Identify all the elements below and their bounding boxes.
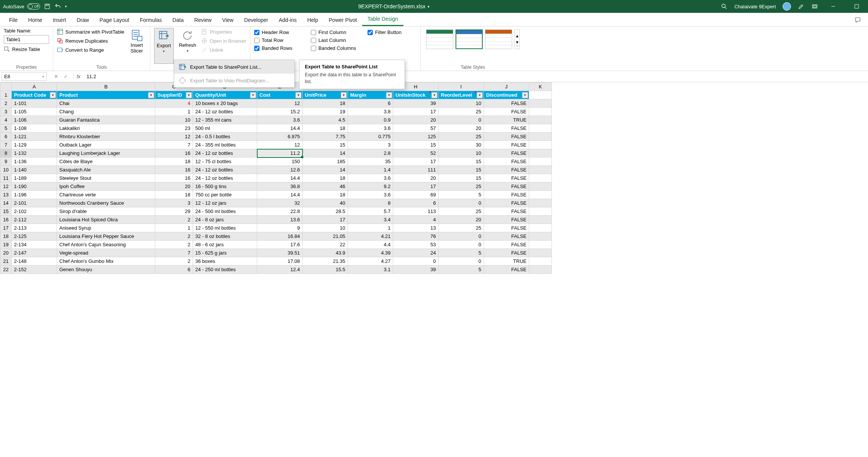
cell[interactable]: 6	[155, 266, 193, 274]
cell[interactable]: FALSE	[484, 266, 529, 274]
cell[interactable]: 4.21	[348, 232, 393, 241]
cell[interactable]: 5	[439, 191, 484, 199]
cell[interactable]: 4.39	[348, 249, 393, 257]
row-header-22[interactable]: 22	[0, 266, 12, 274]
row-header-11[interactable]: 11	[0, 174, 12, 182]
cell[interactable]: 24 - 12 oz bottles	[193, 174, 257, 182]
cell[interactable]: FALSE	[484, 199, 529, 207]
table-header-margin[interactable]: Margin▼	[348, 91, 393, 99]
refresh-button[interactable]: Refresh ▾	[177, 28, 199, 64]
cell[interactable]: FALSE	[484, 108, 529, 116]
filter-button-checkbox[interactable]: Filter Button	[368, 29, 417, 35]
row-header-5[interactable]: 5	[0, 124, 12, 133]
title-dropdown-icon[interactable]: ▾	[428, 5, 429, 9]
cell[interactable]: 17.6	[257, 241, 303, 249]
cell[interactable]: 28.5	[303, 207, 348, 216]
cell[interactable]: 2-113	[12, 224, 57, 232]
cell[interactable]: 14	[303, 166, 348, 174]
table-header-product-code[interactable]: Product Code▼	[12, 91, 57, 99]
cell[interactable]: 20	[393, 174, 439, 182]
cell[interactable]: 18	[155, 191, 193, 199]
cell[interactable]: 6	[348, 99, 393, 108]
cell[interactable]: 15 - 625 g jars	[193, 249, 257, 257]
cell[interactable]: 7.75	[303, 133, 348, 141]
cell[interactable]: 12	[257, 99, 303, 108]
cell[interactable]: 39	[393, 266, 439, 274]
comments-icon[interactable]	[851, 15, 864, 26]
cell[interactable]: 14	[303, 149, 348, 157]
cell[interactable]: 17	[393, 157, 439, 166]
cell[interactable]: 4	[155, 99, 193, 108]
cell[interactable]: 24 - 250 ml bottles	[193, 266, 257, 274]
cell[interactable]: Aniseed Syrup	[57, 224, 155, 232]
cell[interactable]: 15	[439, 157, 484, 166]
cell[interactable]: Northwoods Cranberry Sauce	[57, 199, 155, 207]
cell[interactable]: 2-125	[12, 232, 57, 241]
cell[interactable]: 30	[439, 141, 484, 149]
tab-view[interactable]: View	[217, 14, 239, 26]
cell[interactable]: Vegie-spread	[57, 249, 155, 257]
cell[interactable]: Rhnbru Klosterbier	[57, 133, 155, 141]
cell[interactable]: 16	[155, 166, 193, 174]
cell[interactable]: 18	[303, 124, 348, 133]
cell[interactable]: 0	[439, 199, 484, 207]
cell[interactable]: Ipoh Coffee	[57, 182, 155, 191]
filter-button-icon[interactable]: ▼	[477, 92, 483, 98]
cell[interactable]: 16 - 500 g tins	[193, 182, 257, 191]
cell[interactable]: Genen Shouyu	[57, 266, 155, 274]
cell[interactable]: 2-134	[12, 241, 57, 249]
cell[interactable]: 185	[303, 157, 348, 166]
cell[interactable]: 6.975	[257, 133, 303, 141]
cell[interactable]: 20	[393, 116, 439, 124]
filter-button-icon[interactable]: ▼	[341, 92, 347, 98]
cell[interactable]: 7	[155, 249, 193, 257]
cell[interactable]: 39	[393, 99, 439, 108]
cell[interactable]: 15.2	[257, 108, 303, 116]
cell[interactable]: FALSE	[484, 124, 529, 133]
cell[interactable]: 0.775	[348, 133, 393, 141]
header-row-checkbox[interactable]: Header Row	[254, 29, 303, 35]
summarize-pivot-button[interactable]: Summarize with PivotTable	[57, 28, 124, 36]
row-header-7[interactable]: 7	[0, 141, 12, 149]
cell[interactable]: 2-152	[12, 266, 57, 274]
cell[interactable]: 18	[303, 99, 348, 108]
cell[interactable]: 0	[439, 116, 484, 124]
cell[interactable]: 48 - 6 oz jars	[193, 241, 257, 249]
filter-button-icon[interactable]: ▼	[250, 92, 256, 98]
save-icon[interactable]	[44, 3, 51, 10]
cell[interactable]: FALSE	[484, 149, 529, 157]
last-column-checkbox[interactable]: Last Column	[311, 37, 360, 43]
cell[interactable]: 36 boxes	[193, 257, 257, 266]
cell[interactable]: FALSE	[484, 207, 529, 216]
cell[interactable]: 10	[439, 99, 484, 108]
cell[interactable]: 24	[393, 249, 439, 257]
tab-insert[interactable]: Insert	[48, 14, 71, 26]
name-box[interactable]: E8▾	[2, 72, 47, 81]
cell[interactable]: 150	[257, 157, 303, 166]
cell[interactable]: 18	[303, 191, 348, 199]
tab-home[interactable]: Home	[23, 14, 48, 26]
cell[interactable]: 53	[393, 241, 439, 249]
cell[interactable]: 2-148	[12, 257, 57, 266]
fx-icon[interactable]: fx	[74, 74, 83, 79]
tab-draw[interactable]: Draw	[71, 14, 94, 26]
cell[interactable]: 16	[155, 149, 193, 157]
cell[interactable]: 3.1	[348, 266, 393, 274]
cell[interactable]: 1.4	[348, 166, 393, 174]
filter-button-icon[interactable]: ▼	[522, 92, 528, 98]
cell[interactable]: 25	[439, 108, 484, 116]
cell[interactable]: 125	[393, 133, 439, 141]
table-header-cost[interactable]: Cost▼	[257, 91, 303, 99]
cell[interactable]: 16.84	[257, 232, 303, 241]
cell[interactable]: FALSE	[484, 224, 529, 232]
cell[interactable]: 1-190	[12, 182, 57, 191]
cell[interactable]: 1-121	[12, 133, 57, 141]
cell[interactable]: 12	[257, 141, 303, 149]
accept-formula-icon[interactable]: ✓	[61, 74, 70, 79]
cell[interactable]: 1-129	[12, 141, 57, 149]
cell[interactable]: 29	[155, 207, 193, 216]
tab-review[interactable]: Review	[189, 14, 217, 26]
cell[interactable]: 76	[393, 232, 439, 241]
cell[interactable]: 22.8	[257, 207, 303, 216]
cell[interactable]: FALSE	[484, 182, 529, 191]
